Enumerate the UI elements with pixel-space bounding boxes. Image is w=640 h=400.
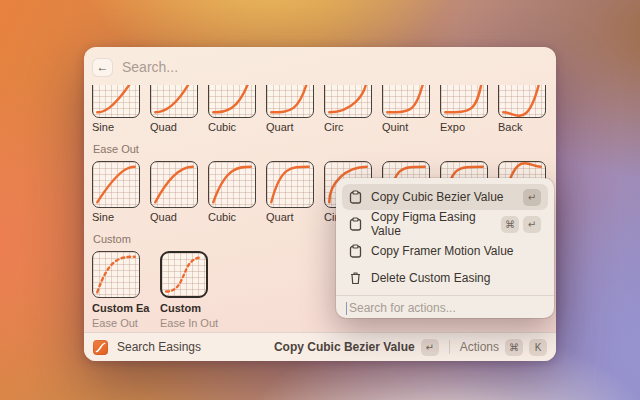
easing-card-sine[interactable] — [92, 161, 140, 208]
easing-card-label: Cubic — [208, 211, 256, 223]
easing-card-quart[interactable] — [266, 85, 314, 118]
back-button[interactable]: ← — [92, 58, 113, 77]
easing-card-label: Cubic — [208, 121, 256, 133]
custom-easing-card[interactable] — [160, 251, 208, 298]
menu-item-copy-cubic-bezier-value[interactable]: Copy Cubic Bezier Value↵ — [342, 184, 548, 210]
easing-card-label: Sine — [92, 121, 140, 133]
easing-card-quint[interactable] — [382, 85, 430, 118]
menu-item-label: Copy Framer Motion Value — [371, 244, 514, 258]
menu-item-label: Copy Figma Easing Value — [371, 210, 501, 238]
back-arrow-icon: ← — [97, 61, 109, 73]
menu-item-delete-custom-easing[interactable]: Delete Custom Easing — [342, 265, 548, 291]
command-title: Search Easings — [117, 340, 201, 354]
trash-icon — [349, 271, 362, 285]
key-badge: ↵ — [523, 216, 541, 233]
custom-easing-name: Custom — [160, 302, 218, 314]
easing-card-quad[interactable] — [150, 85, 198, 118]
custom-easing-name: Custom Eas... — [92, 302, 150, 314]
primary-action-button[interactable]: Copy Cubic Bezier Value — [274, 340, 415, 354]
search-input[interactable]: Search... — [122, 59, 178, 75]
clipboard-icon — [349, 244, 362, 258]
easing-card-circ[interactable] — [324, 85, 372, 118]
clipboard-icon — [349, 217, 362, 231]
easing-card-label: Quad — [150, 211, 198, 223]
custom-easing-item[interactable]: Custom Eas...Ease Out — [92, 251, 150, 329]
easing-card-cubic[interactable] — [208, 161, 256, 208]
custom-easing-card[interactable] — [92, 251, 140, 298]
easing-card-label: Sine — [92, 211, 140, 223]
section-header: Ease Out — [93, 143, 548, 155]
easing-card-label: Quad — [150, 121, 198, 133]
actions-button[interactable]: Actions — [460, 340, 499, 354]
easing-card-label: Quint — [382, 121, 430, 133]
menu-item-label: Delete Custom Easing — [371, 271, 490, 285]
status-bar: Search Easings Copy Cubic Bezier Value ↵… — [84, 332, 556, 361]
easing-card-label: Expo — [440, 121, 488, 133]
easing-card-label: Quart — [266, 121, 314, 133]
enter-key-badge: ↵ — [421, 339, 439, 356]
key-badge: ⌘ — [501, 216, 519, 233]
key-badge: ↵ — [523, 189, 541, 206]
easing-card-label: Circ — [324, 121, 372, 133]
easing-card-quart[interactable] — [266, 161, 314, 208]
search-bar: ← Search... — [84, 53, 556, 81]
cmd-key-badge: ⌘ — [505, 339, 523, 356]
easing-card-sine[interactable] — [92, 85, 140, 118]
k-key-badge: K — [529, 339, 547, 356]
actions-menu: Copy Cubic Bezier Value↵Copy Figma Easin… — [336, 178, 554, 318]
easing-card-back[interactable] — [498, 85, 546, 118]
text-cursor — [346, 302, 347, 315]
clipboard-icon — [349, 190, 362, 204]
easing-card-cubic[interactable] — [208, 85, 256, 118]
custom-easing-subtitle: Ease In Out — [160, 317, 218, 329]
custom-easing-subtitle: Ease Out — [92, 317, 150, 329]
actions-search-input[interactable]: Search for actions... — [342, 296, 548, 320]
custom-easing-item[interactable]: CustomEase In Out — [160, 251, 218, 329]
menu-item-copy-figma-easing-value[interactable]: Copy Figma Easing Value⌘↵ — [342, 211, 548, 237]
easing-card-label: Back — [498, 121, 546, 133]
statusbar-divider — [449, 340, 450, 354]
menu-item-label: Copy Cubic Bezier Value — [371, 190, 504, 204]
easing-card-label: Quart — [266, 211, 314, 223]
easing-curve-icon — [93, 340, 108, 355]
actions-search-placeholder: Search for actions... — [349, 301, 456, 315]
menu-item-copy-framer-motion-value[interactable]: Copy Framer Motion Value — [342, 238, 548, 264]
easing-card-quad[interactable] — [150, 161, 198, 208]
easing-card-expo[interactable] — [440, 85, 488, 118]
